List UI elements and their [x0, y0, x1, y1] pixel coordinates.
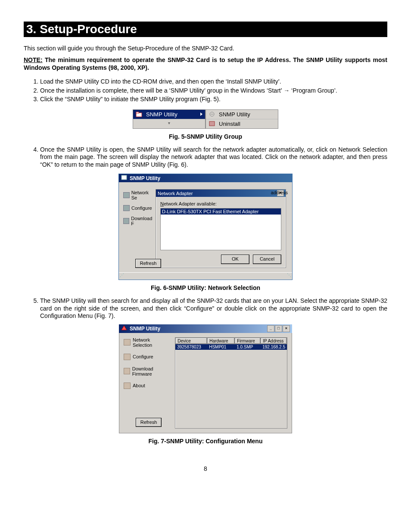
sidebar-item-network-selection[interactable]: Network Se [123, 190, 155, 200]
uninstall-icon [209, 121, 215, 127]
cell-device: 3925878023 [175, 344, 207, 350]
col-ip[interactable]: IP Address [261, 338, 287, 344]
sidebar-label-configure: Configure [131, 205, 152, 211]
fig5-right-menu: SNMP Utility Uninstall [206, 109, 278, 129]
note-text: NOTE: The minimum requirement to operate… [24, 56, 387, 72]
fig6-titlebar: SNMP Utility [119, 174, 292, 182]
maximize-button[interactable]: □ [275, 325, 282, 332]
svg-rect-1 [136, 112, 139, 113]
cell-ip: 192.168.2.5 [261, 344, 287, 350]
svg-marker-6 [121, 326, 127, 330]
cell-firmware: 1.0.SMP [235, 344, 261, 350]
sidebar-item-about[interactable]: About [124, 383, 171, 389]
page-number: 8 [24, 465, 387, 472]
svg-rect-5 [121, 175, 127, 180]
app-icon [209, 111, 215, 117]
sidebar-label-about: About [133, 383, 145, 388]
fig6: SNMP Utility Network Se Configure Downlo… [118, 174, 293, 280]
cancel-button[interactable]: Cancel [253, 255, 281, 264]
configure-icon [123, 205, 130, 211]
fig6-caption: Fig. 6-SNMP Utility: Network Selection [24, 284, 387, 291]
dialog-titlebar: Network Adapter × [156, 190, 286, 197]
fig5-snmp-utility-item[interactable]: SNMP Utility [133, 110, 205, 119]
fig5-left-label: SNMP Utility [146, 111, 177, 118]
fig5-expand-row[interactable]: ▾ [133, 119, 205, 127]
fig6-title-text: SNMP Utility [130, 175, 160, 181]
fig7-titlebar: SNMP Utility _ □ × [119, 324, 292, 333]
step-2: Once the installation is complete, there… [40, 87, 387, 95]
sidebar-item-download[interactable]: Download F [123, 216, 155, 226]
adapter-listbox[interactable]: D-Link DFE-530TX PCI Fast Ethernet Adapt… [160, 208, 281, 250]
fig5-left-menu: SNMP Utility ▾ [133, 109, 206, 129]
sidebar-label-download: Download Firmware [132, 366, 171, 376]
fig5: SNMP Utility ▾ SNMP Utility Uninstall [24, 109, 387, 129]
download-icon [123, 218, 129, 224]
fig6-sidebar: Network Se Configure Download F [123, 190, 155, 267]
step-1: Load the SNMP Utility CD into the CD-ROM… [40, 78, 387, 86]
note-body: The minimum requirement to operate the S… [24, 56, 387, 72]
ok-button[interactable]: OK [221, 255, 249, 264]
fig5-right-item-1[interactable]: SNMP Utility [206, 110, 278, 119]
fig7-caption: Fig. 7-SNMP Utility: Configuration Menu [24, 438, 387, 445]
fig6-statusbar: ⋰ ⋱ [119, 272, 292, 280]
address-column-label: address [271, 190, 288, 195]
chevron-down-icon: ▾ [136, 121, 202, 125]
close-button[interactable]: × [283, 325, 290, 332]
step-3: Click the “SNMP Utility” to initiate the… [40, 96, 387, 103]
steps-list-1: Load the SNMP Utility CD into the CD-ROM… [40, 78, 387, 103]
folder-icon [136, 111, 143, 117]
col-hardware[interactable]: Hardware [207, 338, 235, 344]
resize-grip-left-icon: ⋰ [120, 273, 124, 277]
col-device[interactable]: Device [175, 338, 207, 344]
configure-icon [124, 354, 131, 360]
network-icon [123, 192, 130, 198]
fig5-right-item-2[interactable]: Uninstall [206, 119, 278, 128]
steps-list-3: The SNMP Utility will then search for an… [40, 297, 387, 320]
intro-text: This section will guide you through the … [24, 45, 387, 53]
table-row[interactable]: 3925878023 HSMP01 1.0.SMP 192.168.2.5 [175, 344, 287, 350]
sidebar-label-netsel: Network Se [131, 190, 155, 200]
sidebar-item-configure[interactable]: Configure [124, 354, 171, 360]
sidebar-item-network-selection[interactable]: Network Selection [124, 337, 171, 348]
refresh-button[interactable]: Refresh [135, 259, 161, 268]
device-table[interactable]: Device Hardware Firmware IP Address 3925… [175, 337, 287, 429]
section-heading: 3. Setup-Procedure [24, 22, 387, 37]
note-label: NOTE: [24, 56, 43, 63]
fig7-title-text: SNMP Utility [130, 326, 160, 332]
about-icon [124, 383, 131, 389]
sidebar-item-configure[interactable]: Configure [123, 205, 155, 211]
fig7-sidebar: Network Selection Configure Download Fir… [124, 337, 171, 429]
col-firmware[interactable]: Firmware [235, 338, 261, 344]
step-4: Once the SNMP Utility is open, the SNMP … [40, 146, 387, 169]
fig5-right-label-2: Uninstall [219, 121, 240, 127]
adapter-list-item-selected[interactable]: D-Link DFE-530TX PCI Fast Ethernet Adapt… [161, 208, 281, 215]
step-5: The SNMP Utility will then search for an… [40, 297, 387, 320]
app-icon [121, 325, 127, 332]
cell-hardware: HSMP01 [207, 344, 235, 350]
submenu-arrow-icon [200, 112, 202, 116]
fig5-caption: Fig. 5-SNMP Utility Group [24, 133, 387, 140]
svg-rect-4 [209, 121, 215, 126]
adapter-available-label: NNetwork Adapter available:etwork Adapte… [160, 201, 281, 206]
dialog-title-text: Network Adapter [158, 191, 193, 196]
sidebar-label-download: Download F [131, 216, 155, 226]
network-icon [124, 339, 131, 345]
fig5-right-label-1: SNMP Utility [219, 111, 250, 118]
minimize-button[interactable]: _ [267, 325, 274, 332]
steps-list-2: Once the SNMP Utility is open, the SNMP … [40, 146, 387, 169]
network-adapter-dialog: Network Adapter × NNetwork Adapter avail… [156, 189, 286, 268]
app-icon [121, 175, 127, 181]
sidebar-item-download-firmware[interactable]: Download Firmware [124, 366, 171, 376]
download-icon [124, 368, 130, 374]
sidebar-label-configure: Configure [133, 354, 153, 359]
resize-grip-right-icon: ⋱ [287, 273, 291, 277]
table-header-row: Device Hardware Firmware IP Address [175, 338, 287, 344]
fig7: SNMP Utility _ □ × Network Selection Con… [119, 324, 292, 433]
refresh-button[interactable]: Refresh [136, 418, 162, 427]
sidebar-label-netsel: Network Selection [133, 337, 171, 348]
